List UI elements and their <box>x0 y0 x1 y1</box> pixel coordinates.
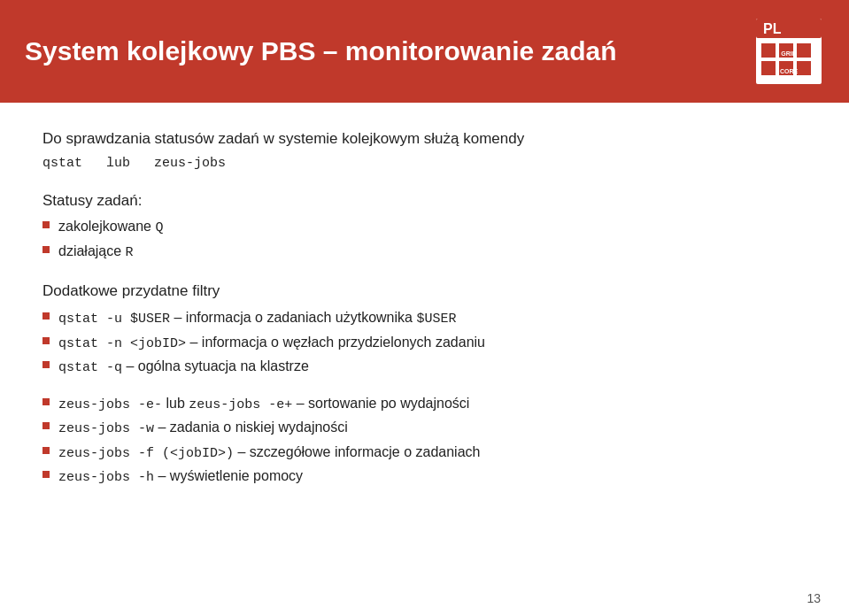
zeus-section: zeus-jobs -e- lub zeus-jobs -e+ – sortow… <box>42 393 807 489</box>
list-item: qstat -n <jobID> – informacja o węzłach … <box>42 332 807 355</box>
svg-text:PL: PL <box>763 21 782 36</box>
bullet-icon <box>42 221 50 228</box>
filters-title: Dodatkowe przydatne filtry <box>42 280 807 303</box>
zeus-list: zeus-jobs -e- lub zeus-jobs -e+ – sortow… <box>42 393 807 489</box>
bullet-icon <box>42 246 50 253</box>
page-number: 13 <box>807 591 821 605</box>
plgrid-logo: PL GRID CORE <box>754 17 823 86</box>
bullet-icon <box>42 422 50 429</box>
bullet-icon <box>42 361 50 368</box>
list-item: qstat -q – ogólna sytuacja na klastrze <box>42 356 807 379</box>
page-title: System kolejkowy PBS – monitorowanie zad… <box>25 35 753 67</box>
bullet-icon <box>42 471 50 478</box>
svg-rect-5 <box>797 43 811 58</box>
list-item: zeus-jobs -h – wyświetlenie pomocy <box>42 466 807 489</box>
svg-text:CORE: CORE <box>780 68 799 74</box>
bullet-icon <box>42 398 50 405</box>
list-item: zeus-jobs -e- lub zeus-jobs -e+ – sortow… <box>42 393 807 416</box>
statuses-list: zakolejkowane Q działające R <box>42 216 807 264</box>
main-content: Do sprawdzania statusów zadań w systemie… <box>0 103 849 508</box>
list-item: zeus-jobs -w – zadania o niskiej wydajno… <box>42 417 807 440</box>
bullet-icon <box>42 312 50 320</box>
list-item: zeus-jobs -f (<jobID>) – szczegółowe inf… <box>42 442 807 465</box>
header: System kolejkowy PBS – monitorowanie zad… <box>0 0 849 103</box>
filters-section: Dodatkowe przydatne filtry qstat -u $USE… <box>42 280 807 379</box>
intro-line1: Do sprawdzania statusów zadań w systemie… <box>42 127 807 173</box>
logo-area: PL GRID CORE <box>753 16 824 87</box>
svg-rect-8 <box>797 61 811 75</box>
list-item: zakolejkowane Q <box>42 216 807 239</box>
list-item: działające R <box>42 241 807 264</box>
statuses-title: Statusy zadań: <box>42 189 807 212</box>
filters-list: qstat -u $USER – informacja o zadaniach … <box>42 307 807 379</box>
svg-rect-3 <box>761 43 776 58</box>
svg-rect-6 <box>761 61 776 75</box>
intro-commands: qstat lub zeus-jobs <box>42 156 226 171</box>
svg-text:GRID: GRID <box>781 50 797 57</box>
bullet-icon <box>42 447 50 454</box>
list-item: qstat -u $USER – informacja o zadaniach … <box>42 307 807 330</box>
bullet-icon <box>42 337 50 344</box>
